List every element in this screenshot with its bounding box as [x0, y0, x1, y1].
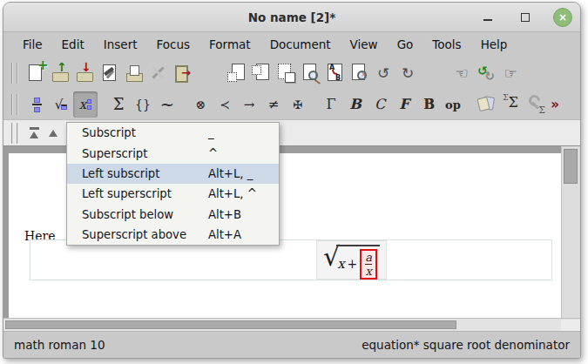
- new-document-button[interactable]: [24, 60, 49, 86]
- menu-go[interactable]: Go: [388, 32, 423, 57]
- menu-item-superscript[interactable]: Superscript^: [67, 143, 279, 163]
- bold-letters-button[interactable]: B: [343, 91, 368, 118]
- menu-file[interactable]: File: [13, 32, 52, 57]
- close-button[interactable]: ×: [553, 8, 572, 27]
- go-up-button[interactable]: [44, 120, 63, 146]
- negation-symbols-button[interactable]: ≠: [261, 91, 286, 118]
- replace-button[interactable]: AB: [322, 60, 347, 86]
- toolbar-grip[interactable]: [11, 63, 17, 84]
- menu-help[interactable]: Help: [471, 32, 517, 57]
- operator-symbols-button[interactable]: ⊗: [188, 91, 213, 118]
- replace-icon: AB: [324, 62, 345, 84]
- back-button[interactable]: ☜: [449, 60, 474, 86]
- radicand[interactable]: x + a x: [336, 245, 380, 280]
- minimize-button[interactable]: [478, 8, 497, 27]
- slot-shape: [34, 107, 40, 112]
- big-sum-button[interactable]: Σ: [106, 91, 131, 118]
- paste-button[interactable]: [274, 60, 298, 86]
- operator-name-button[interactable]: op: [441, 91, 465, 118]
- undo-button[interactable]: ↺: [371, 60, 395, 86]
- maximize-button[interactable]: [516, 8, 535, 27]
- triangle-up-shape: [30, 131, 38, 138]
- save-document-button[interactable]: [73, 60, 98, 86]
- braces-icon: {}: [135, 98, 151, 111]
- relation-symbols-button[interactable]: ≺: [213, 91, 237, 118]
- arrow-symbols-button[interactable]: →: [237, 91, 261, 118]
- new-document-icon: [26, 62, 47, 84]
- spell-check-button[interactable]: ×: [347, 60, 371, 86]
- menu-focus[interactable]: Focus: [146, 32, 199, 57]
- fraktur-letters-button[interactable]: F: [392, 91, 416, 118]
- horizontal-scrollbar-thumb[interactable]: [5, 320, 456, 329]
- style-hammer-icon: [99, 62, 120, 84]
- go-to-top-button[interactable]: [24, 120, 44, 146]
- print-icon: [124, 62, 145, 84]
- reload-button[interactable]: ↺↻: [474, 60, 498, 86]
- print-button[interactable]: [122, 60, 146, 86]
- math-tools-button[interactable]: Σ: [523, 91, 547, 118]
- menu-edit[interactable]: Edit: [52, 32, 94, 57]
- menu-item-left-subscript[interactable]: Left subscriptAlt+L, _: [67, 164, 279, 184]
- copy-icon: [251, 62, 272, 84]
- menu-document[interactable]: Document: [260, 32, 341, 57]
- menu-item-shortcut: Alt+A: [208, 228, 279, 241]
- big-operator-button[interactable]: ΣΣ: [498, 91, 523, 118]
- redo-button[interactable]: ↻: [395, 60, 420, 86]
- reload-arrow-gray: ↻: [484, 69, 495, 83]
- style-button[interactable]: [98, 60, 122, 86]
- open-document-button[interactable]: [49, 60, 73, 86]
- subscript-superscript-button[interactable]: x: [73, 91, 98, 118]
- greek-letters-button[interactable]: Γ: [319, 91, 343, 118]
- tilde-accent-icon: ~: [160, 96, 175, 113]
- menu-item-shortcut: _: [208, 126, 279, 139]
- square-root-button[interactable]: √: [49, 91, 73, 118]
- slot-shape: [87, 105, 91, 110]
- slot-shape: [34, 98, 40, 103]
- menu-item-shortcut: Alt+B: [208, 208, 279, 221]
- equation[interactable]: √ x + a x: [316, 240, 387, 280]
- menu-item-subscript-below[interactable]: Subscript belowAlt+B: [67, 205, 279, 225]
- toolbar-overflow-button[interactable]: »: [547, 97, 563, 112]
- cut-button[interactable]: [225, 60, 249, 86]
- search-button[interactable]: [298, 60, 322, 86]
- preferences-button[interactable]: [146, 60, 171, 86]
- titlebar[interactable]: No name [2]* ×: [3, 3, 580, 32]
- vertical-scrollbar-thumb[interactable]: [564, 149, 578, 184]
- slot-column: [87, 99, 91, 110]
- focused-fraction[interactable]: a x: [360, 249, 377, 280]
- calligraphic-letters-button[interactable]: C: [368, 91, 392, 118]
- copy-button[interactable]: [249, 60, 274, 86]
- menu-tools[interactable]: Tools: [422, 32, 470, 57]
- toolbar-grip[interactable]: [11, 123, 17, 144]
- menu-format[interactable]: Format: [199, 32, 260, 57]
- spell-check-icon: ×: [348, 62, 369, 84]
- menu-item-label: Superscript: [82, 147, 208, 160]
- fraction-numerator[interactable]: a: [365, 251, 372, 264]
- slot-shape: [61, 104, 67, 110]
- horizontal-scrollbar[interactable]: [3, 318, 580, 331]
- brackets-button[interactable]: {}: [131, 91, 155, 118]
- vertical-scrollbar[interactable]: [561, 146, 580, 318]
- toolbar-grip[interactable]: [11, 94, 17, 115]
- accent-button[interactable]: ~: [155, 91, 179, 118]
- plus-operator[interactable]: +: [348, 257, 358, 271]
- fraction-denominator[interactable]: x: [366, 265, 372, 278]
- forward-button[interactable]: ☞: [498, 60, 523, 86]
- maximize-icon: [521, 13, 530, 22]
- minimize-icon: [483, 19, 492, 21]
- symbol-palette-button[interactable]: [474, 91, 498, 118]
- term-x[interactable]: x: [337, 256, 344, 272]
- menu-item-subscript[interactable]: Subscript_: [67, 123, 279, 143]
- fraction-button[interactable]: [24, 91, 49, 118]
- menu-insert[interactable]: Insert: [94, 32, 147, 57]
- maltese-cross-icon: ✠: [294, 99, 303, 111]
- undo-icon: ↺: [377, 66, 389, 81]
- square-root-expression[interactable]: √ x + a x: [323, 241, 380, 280]
- menu-item-left-superscript[interactable]: Left superscriptAlt+L, ^: [67, 184, 279, 204]
- menu-view[interactable]: View: [341, 32, 388, 57]
- close-document-button[interactable]: [171, 60, 195, 86]
- blackboard-letters-button[interactable]: B: [416, 91, 441, 118]
- misc-symbols-button[interactable]: ✠: [286, 91, 310, 118]
- symbol-palette-icon: [476, 93, 497, 116]
- menu-item-superscript-above[interactable]: Superscript aboveAlt+A: [67, 225, 279, 245]
